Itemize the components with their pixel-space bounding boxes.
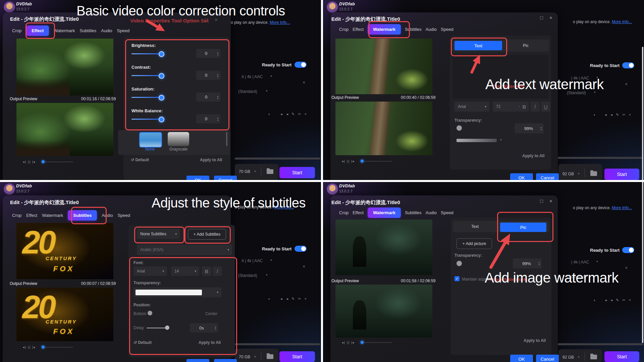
prev-frame-icon[interactable]: ◂| bbox=[342, 160, 345, 163]
transparency-slider-knob[interactable] bbox=[457, 261, 462, 266]
italic-button[interactable]: I bbox=[530, 102, 540, 112]
prev-frame-icon[interactable]: ◂| bbox=[23, 160, 26, 164]
ready-to-start-toggle[interactable] bbox=[622, 247, 634, 253]
standard-dropdown-icon[interactable]: ▾ bbox=[266, 273, 268, 277]
underline-button[interactable]: U bbox=[541, 102, 550, 112]
title-action-icons[interactable]: ▸◂✎✂× bbox=[281, 297, 310, 301]
tab-crop[interactable]: Crop bbox=[339, 24, 348, 35]
disk-dropdown-icon[interactable]: ▾ bbox=[578, 355, 580, 359]
maintain-aspect-checkbox[interactable]: ✓ bbox=[454, 276, 460, 281]
tab-audio[interactable]: Audio bbox=[426, 207, 437, 218]
next-frame-icon[interactable]: |▸ bbox=[352, 160, 355, 163]
play-icon[interactable]: ▸ bbox=[281, 297, 286, 301]
ready-to-start-toggle[interactable] bbox=[622, 62, 634, 68]
seek-handle[interactable] bbox=[42, 346, 45, 349]
disk-dropdown-icon[interactable]: ▾ bbox=[254, 170, 256, 173]
remove-title-icon[interactable]: × bbox=[625, 265, 628, 270]
standard-dropdown-icon[interactable]: ▾ bbox=[266, 89, 268, 93]
codec-dropdown-icon[interactable]: ▾ bbox=[270, 74, 272, 78]
transparency-spinner[interactable]: ▴▾ bbox=[540, 126, 542, 131]
spin-down-icon[interactable]: ▾ bbox=[538, 263, 540, 266]
ok-button[interactable]: OK bbox=[510, 173, 533, 180]
ok-button[interactable]: OK bbox=[186, 359, 209, 362]
seek-track[interactable] bbox=[43, 162, 73, 162]
tab-crop[interactable]: Crop bbox=[339, 207, 348, 218]
remove-title-icon[interactable]: × bbox=[303, 80, 305, 85]
pause-icon[interactable]: || bbox=[347, 160, 350, 163]
edit-icon[interactable]: ✎ bbox=[616, 298, 622, 302]
cut-icon[interactable]: ✂ bbox=[298, 112, 304, 116]
delete-icon[interactable]: × bbox=[305, 297, 310, 301]
tab-audio[interactable]: Audio bbox=[101, 25, 112, 36]
spin-up-icon[interactable]: ▴ bbox=[540, 126, 542, 128]
start-button[interactable]: Start bbox=[604, 351, 639, 362]
tab-speed[interactable]: Speed bbox=[441, 24, 453, 35]
edit-icon[interactable]: ✎ bbox=[291, 297, 298, 301]
transport-controls[interactable]: ◂| || |▸ bbox=[23, 160, 36, 164]
horizontal-scrollbar[interactable] bbox=[235, 158, 320, 160]
play-icon[interactable]: ▸ bbox=[281, 112, 286, 116]
seek-track[interactable] bbox=[362, 342, 392, 343]
vertical-scrollbar[interactable] bbox=[642, 182, 643, 343]
close-icon[interactable]: × bbox=[549, 15, 552, 20]
title-action-icons[interactable]: ▸◂✎✂× bbox=[605, 113, 634, 117]
preset-grayscale-thumbnail[interactable] bbox=[168, 132, 189, 146]
tab-speed[interactable]: Speed bbox=[117, 25, 130, 36]
cut-icon[interactable]: ✂ bbox=[622, 113, 629, 117]
pause-icon[interactable]: || bbox=[28, 346, 31, 349]
seek-handle[interactable] bbox=[42, 160, 45, 163]
delete-icon[interactable]: × bbox=[629, 113, 634, 117]
tab-crop[interactable]: Crop bbox=[12, 25, 21, 36]
tab-effect[interactable]: Effect bbox=[26, 210, 37, 221]
cancel-button[interactable]: Cancel bbox=[214, 359, 237, 362]
transport-controls[interactable]: ◂| || |▸ bbox=[342, 160, 355, 163]
seek-handle[interactable] bbox=[361, 160, 364, 163]
close-icon[interactable]: × bbox=[549, 198, 552, 204]
transparency-value[interactable]: 99%▴▾ bbox=[515, 123, 544, 133]
disk-dropdown-icon[interactable]: ▾ bbox=[254, 355, 256, 358]
tab-watermark[interactable]: Watermark bbox=[368, 207, 401, 218]
subtitle-language-select[interactable]: Arabic (KSA)▾ bbox=[137, 244, 232, 255]
apply-to-all-button[interactable]: Apply to All bbox=[522, 154, 544, 158]
tab-watermark[interactable]: Watermark bbox=[54, 25, 75, 36]
prev-frame-icon[interactable]: ◂| bbox=[23, 346, 26, 349]
preset-scrollbar[interactable] bbox=[226, 132, 227, 146]
edit-icon[interactable]: ✎ bbox=[291, 112, 298, 116]
bold-button[interactable]: B bbox=[520, 102, 529, 112]
seek-track[interactable] bbox=[362, 161, 392, 162]
spin-down-icon[interactable]: ▾ bbox=[540, 128, 542, 131]
play-icon[interactable]: ▸ bbox=[605, 113, 611, 117]
remove-title-icon[interactable]: × bbox=[303, 264, 305, 269]
start-button[interactable]: Start bbox=[279, 167, 315, 178]
cut-icon[interactable]: ✂ bbox=[298, 297, 304, 301]
transparency-slider-knob[interactable] bbox=[457, 125, 462, 131]
color-dropdown-icon[interactable]: ▾ bbox=[500, 138, 502, 141]
ok-button[interactable]: OK bbox=[510, 355, 533, 362]
play-icon[interactable]: ▸ bbox=[605, 298, 611, 302]
delete-icon[interactable]: × bbox=[629, 298, 634, 302]
start-button[interactable]: Start bbox=[279, 351, 315, 362]
rewind-icon[interactable]: ◂ bbox=[286, 112, 292, 116]
more-info-link[interactable]: More Info... bbox=[612, 19, 632, 24]
edit-icon[interactable]: ✎ bbox=[616, 113, 622, 117]
tab-effect[interactable]: Effect bbox=[353, 24, 364, 35]
transparency-value[interactable]: 99%▴▾ bbox=[513, 258, 542, 268]
tab-watermark[interactable]: Watermark bbox=[42, 210, 63, 221]
pause-icon[interactable]: || bbox=[28, 160, 31, 164]
tab-audio[interactable]: Audio bbox=[426, 24, 437, 35]
apply-to-all-button[interactable]: Apply to All bbox=[200, 158, 222, 162]
font-family-select[interactable]: Arial▾ bbox=[454, 102, 489, 112]
watermark-tab-text[interactable]: Text bbox=[471, 224, 479, 229]
apply-to-all-button[interactable]: Apply to All bbox=[524, 338, 546, 343]
transport-controls[interactable]: ◂| || |▸ bbox=[23, 346, 36, 349]
tab-subtitles[interactable]: Subtitles bbox=[405, 207, 422, 218]
rewind-icon[interactable]: ◂ bbox=[611, 298, 616, 302]
ready-to-start-toggle[interactable] bbox=[294, 62, 307, 68]
more-info-link[interactable]: More Info... bbox=[270, 20, 290, 25]
tab-crop[interactable]: Crop bbox=[12, 210, 21, 221]
cancel-button[interactable]: Cancel bbox=[536, 173, 559, 180]
folder-icon[interactable] bbox=[267, 354, 273, 359]
add-picture-button[interactable]: + Add picture bbox=[457, 238, 492, 249]
row-dropdown-icon[interactable]: ▾ bbox=[268, 113, 270, 116]
cut-icon[interactable]: ✂ bbox=[622, 298, 629, 302]
